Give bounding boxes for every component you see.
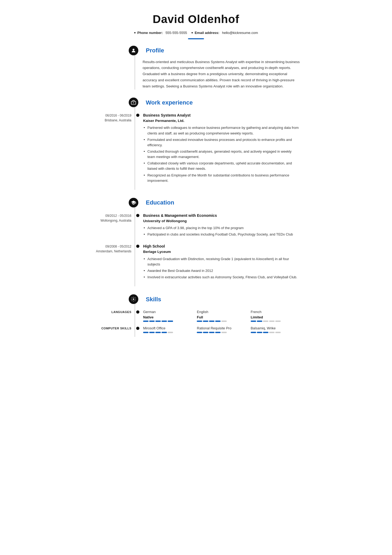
work-dates: 06/2016 - 06/2019	[92, 113, 131, 118]
work-dot-col	[135, 113, 140, 184]
contact-bullet-1: •	[134, 30, 136, 35]
work-content-col: Work experience 06/2016 - 06/2019 Brisba…	[135, 98, 300, 190]
edu-entry: 09/2012 - 05/2016 Wollongong, Australia …	[92, 213, 300, 238]
skill-bar	[215, 321, 221, 322]
skill-name: English	[197, 309, 246, 315]
skill-bar	[257, 321, 262, 322]
skill-bar	[257, 332, 262, 333]
edu-entry-date: 09/2012 - 05/2016 Wollongong, Australia	[92, 213, 135, 238]
skill-bar	[197, 321, 202, 322]
skill-label: LANGUAGES	[92, 309, 135, 322]
work-job-title: Business Systems Analyst	[143, 113, 300, 118]
skill-dot	[136, 327, 139, 330]
skill-bar	[149, 321, 155, 322]
svg-point-0	[133, 49, 135, 51]
edu-section-header: Education	[131, 198, 288, 207]
skill-bar	[168, 321, 173, 322]
skill-bar	[209, 321, 214, 322]
skill-level: Full	[197, 315, 246, 320]
skill-bar	[168, 332, 173, 333]
skill-cell: Balsamiq, Wrike	[251, 326, 300, 333]
skill-name: Mirosoft Office	[143, 326, 193, 331]
edu-dot-col	[135, 213, 140, 238]
skill-dot-col	[135, 326, 140, 333]
work-location: Brisbane, Australia	[92, 118, 131, 123]
skill-bars	[197, 332, 246, 333]
skill-bar	[155, 321, 161, 322]
skill-level: Limited	[251, 315, 300, 320]
edu-org: Berlage Lyceum	[143, 249, 300, 255]
skill-items-grid: German Native English Full French Limite…	[140, 309, 300, 322]
skill-cell: German Native	[143, 309, 193, 322]
work-entry-content: Business Systems Analyst Kaiser Permanen…	[140, 113, 300, 184]
skill-bar	[155, 332, 161, 333]
work-bullet: Conducted thorough cost/benefit analyses…	[143, 149, 300, 160]
work-section-header: Work experience	[131, 98, 288, 107]
edu-dates: 09/2008 - 05/2012	[92, 244, 131, 249]
email-value: hello@kickresume.com	[222, 30, 258, 36]
edu-entry-content: Business & Management with Economics Uni…	[140, 213, 300, 238]
edu-content-col: Education 09/2012 - 05/2016 Wollongong, …	[135, 198, 300, 286]
work-org: Kaiser Permanente, Ltd.	[143, 118, 300, 124]
skill-bar	[203, 332, 208, 333]
skill-bar	[251, 332, 256, 333]
resume-page: David Oldenhof • Phone number: 555-555-5…	[76, 0, 316, 361]
edu-dot	[136, 245, 139, 248]
work-bullets: Partnered with colleagues to enhance bus…	[143, 125, 300, 183]
work-icon	[129, 98, 138, 107]
skill-name: French	[251, 309, 300, 315]
skill-level: Native	[143, 315, 193, 320]
skill-bar	[221, 321, 227, 322]
skills-content-col: Skills LANGUAGES German Native English F…	[135, 294, 300, 337]
edu-dot-col	[135, 244, 140, 281]
skill-bar	[275, 321, 281, 322]
skill-bars	[251, 332, 300, 333]
skill-bar	[269, 321, 275, 322]
skills-title: Skills	[143, 295, 161, 304]
skill-category: LANGUAGES German Native English Full Fre…	[92, 309, 300, 322]
skill-dot-col	[135, 309, 140, 322]
skill-bar	[197, 332, 202, 333]
skill-cell: English Full	[197, 309, 246, 322]
edu-icon	[129, 198, 138, 207]
skill-bar	[203, 321, 208, 322]
header-divider	[188, 38, 204, 39]
skill-name: German	[143, 309, 193, 315]
work-bullet: Partnered with colleagues to enhance bus…	[143, 125, 300, 136]
edu-entry: 09/2008 - 05/2012 Amsterdam, Netherlands…	[92, 244, 300, 281]
skills-entries: LANGUAGES German Native English Full Fre…	[143, 309, 300, 333]
skill-dot	[136, 310, 139, 314]
work-entry: 06/2016 - 06/2019 Brisbane, Australia Bu…	[92, 113, 300, 184]
skill-bar	[263, 321, 268, 322]
candidate-name: David Oldenhof	[92, 11, 300, 28]
profile-title: Profile	[143, 46, 164, 55]
edu-bullets: Achieved a GPA of 3.98, placing in the t…	[143, 225, 300, 237]
profile-section-header: Profile	[131, 46, 288, 55]
skills-section-header: Skills	[131, 294, 288, 304]
skill-bar	[215, 332, 221, 333]
profile-icon	[129, 46, 138, 55]
skill-category: COMPUTER SKILLS Mirosoft Office Rational…	[92, 326, 300, 333]
skill-name: Balsamiq, Wrike	[251, 326, 300, 331]
skill-cell: French Limited	[251, 309, 300, 322]
skill-bar	[209, 332, 214, 333]
profile-text: Results-oriented and meticulous Business…	[143, 59, 300, 90]
email-label: Email address:	[195, 30, 219, 36]
skill-name: Rational Requisite Pro	[197, 326, 246, 331]
phone-label: Phone number:	[137, 30, 163, 36]
contact-bullet-2: •	[191, 30, 193, 35]
skill-bar	[263, 332, 268, 333]
skill-bars	[143, 321, 193, 322]
skill-bar	[143, 321, 148, 322]
skills-icon	[129, 294, 138, 304]
work-bullet: Collaborated closely with various corpor…	[143, 161, 300, 171]
profile-date-col	[92, 46, 135, 90]
skill-bar	[149, 332, 155, 333]
skill-bar	[143, 332, 148, 333]
edu-location: Amsterdam, Netherlands	[92, 249, 131, 254]
edu-title: Education	[143, 198, 174, 207]
work-title: Work experience	[143, 98, 193, 107]
edu-entries: 09/2012 - 05/2016 Wollongong, Australia …	[143, 213, 300, 281]
skill-bar	[221, 332, 227, 333]
work-dot	[136, 114, 139, 117]
